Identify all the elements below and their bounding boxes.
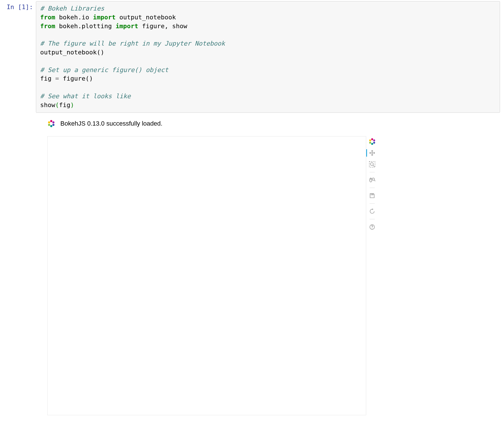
code-paren: ( xyxy=(55,101,59,109)
svg-point-0 xyxy=(50,120,52,122)
code-text: fig xyxy=(59,101,70,109)
svg-line-18 xyxy=(374,180,375,181)
code-input-area[interactable]: # Bokeh Libraries from bokeh.io import o… xyxy=(36,1,500,113)
toolbar-separator xyxy=(370,172,375,172)
code-text: figure, show xyxy=(138,22,187,30)
code-text: figure() xyxy=(59,75,93,82)
output-area: BokehJS 0.13.0 successfully loaded. xyxy=(0,114,504,418)
code-comment: # Bokeh Libraries xyxy=(40,5,104,12)
code-text: output_notebook xyxy=(116,14,176,21)
svg-point-7 xyxy=(373,139,375,141)
svg-point-9 xyxy=(371,143,373,145)
code-text: fig xyxy=(40,75,55,82)
help-tool-icon[interactable] xyxy=(368,223,376,231)
code-paren: ) xyxy=(70,101,74,109)
bokeh-plot-wrap xyxy=(47,136,504,415)
code-comment: # Set up a generic figure() object xyxy=(40,66,168,73)
wheel-zoom-tool-icon[interactable] xyxy=(368,176,376,184)
code-text: output_notebook() xyxy=(40,49,104,56)
box-zoom-tool-icon[interactable] xyxy=(368,160,376,169)
code-operator: = xyxy=(55,75,59,82)
bokeh-logo-icon[interactable] xyxy=(368,137,376,146)
svg-point-17 xyxy=(372,178,374,180)
code-cell: In [1]: # Bokeh Libraries from bokeh.io … xyxy=(0,0,504,114)
bokeh-plot-canvas[interactable] xyxy=(47,136,366,415)
bokeh-toolbar xyxy=(367,136,377,232)
save-tool-icon[interactable] xyxy=(368,191,376,200)
svg-rect-19 xyxy=(371,193,373,195)
bokeh-logo-icon xyxy=(47,120,55,128)
svg-point-22 xyxy=(372,228,372,228)
code-keyword: from xyxy=(40,14,55,21)
code-keyword: import xyxy=(93,14,115,21)
pan-tool-icon[interactable] xyxy=(368,149,376,157)
bokeh-loaded-text: BokehJS 0.13.0 successfully loaded. xyxy=(60,120,162,127)
bokeh-loaded-message: BokehJS 0.13.0 successfully loaded. xyxy=(47,120,504,128)
svg-line-14 xyxy=(373,165,374,167)
code-keyword: from xyxy=(40,22,55,30)
svg-point-3 xyxy=(50,125,52,127)
input-prompt: In [1]: xyxy=(2,1,36,11)
svg-point-1 xyxy=(52,121,54,123)
svg-point-5 xyxy=(48,121,50,123)
svg-point-8 xyxy=(373,142,375,144)
svg-point-10 xyxy=(369,142,371,144)
toolbar-separator xyxy=(370,203,375,204)
code-text: show xyxy=(40,101,55,109)
code-content[interactable]: # Bokeh Libraries from bokeh.io import o… xyxy=(40,4,496,110)
svg-point-11 xyxy=(369,139,371,141)
svg-point-6 xyxy=(371,138,373,140)
svg-point-2 xyxy=(52,124,54,126)
code-text: bokeh.io xyxy=(55,14,93,21)
toolbar-separator xyxy=(370,219,375,219)
code-text: bokeh.plotting xyxy=(55,22,116,30)
code-comment: # The figure will be right in my Jupyter… xyxy=(40,40,225,47)
svg-point-4 xyxy=(48,124,50,126)
notebook-container: In [1]: # Bokeh Libraries from bokeh.io … xyxy=(0,0,504,418)
output-body: BokehJS 0.13.0 successfully loaded. xyxy=(36,118,504,415)
reset-tool-icon[interactable] xyxy=(368,207,376,216)
svg-point-13 xyxy=(370,163,373,165)
code-comment: # See what it looks like xyxy=(40,93,131,100)
toolbar-separator xyxy=(370,188,375,188)
code-keyword: import xyxy=(116,22,138,30)
